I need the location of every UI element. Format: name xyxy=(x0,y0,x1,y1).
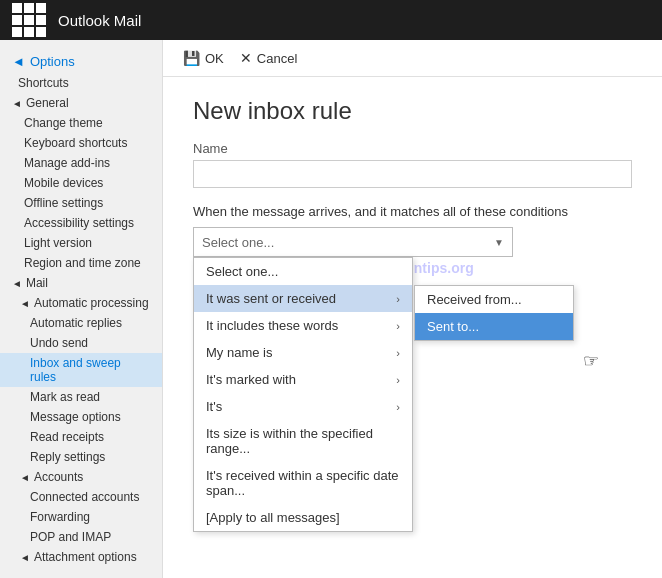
sidebar-section-auto-processing: ◄ Automatic processing xyxy=(0,293,162,313)
dropdown-item-includes-words[interactable]: It includes these words › xyxy=(194,312,412,339)
sidebar-item-mobile-devices[interactable]: Mobile devices xyxy=(0,173,162,193)
sidebar: ◄ Options Shortcuts ◄ General Change the… xyxy=(0,40,163,578)
dropdown-selected-value: Select one... xyxy=(202,235,274,250)
sidebar-item-offline-settings[interactable]: Offline settings xyxy=(0,193,162,213)
sidebar-item-keyboard-shortcuts[interactable]: Keyboard shortcuts xyxy=(0,133,162,153)
sidebar-item-reply-settings[interactable]: Reply settings xyxy=(0,447,162,467)
dropdown-item-its[interactable]: It's › xyxy=(194,393,412,420)
sidebar-item-pop-imap[interactable]: POP and IMAP xyxy=(0,527,162,547)
attachment-arrow-icon: ◄ xyxy=(20,552,30,563)
sidebar-item-mark-read[interactable]: Mark as read xyxy=(0,387,162,407)
sidebar-item-undo-send[interactable]: Undo send xyxy=(0,333,162,353)
sidebar-section-mail: ◄ Mail xyxy=(0,273,162,293)
chevron-right-icon-3: › xyxy=(396,347,400,359)
submenu-item-sent-to[interactable]: Sent to... xyxy=(415,313,573,340)
sidebar-item-change-theme[interactable]: Change theme xyxy=(0,113,162,133)
toolbar: 💾 OK ✕ Cancel xyxy=(163,40,662,77)
dropdown-menu: Select one... It was sent or received › … xyxy=(193,257,413,532)
sidebar-item-light-version[interactable]: Light version xyxy=(0,233,162,253)
condition-dropdown-container: Select one... ▼ Select one... It was sen… xyxy=(193,227,513,257)
accounts-arrow-icon: ◄ xyxy=(20,472,30,483)
sidebar-item-forwarding[interactable]: Forwarding xyxy=(0,507,162,527)
cancel-icon: ✕ xyxy=(240,50,252,66)
titlebar: Outlook Mail xyxy=(0,0,662,40)
dropdown-item-size-range[interactable]: Its size is within the specified range..… xyxy=(194,420,412,462)
sidebar-item-auto-replies[interactable]: Automatic replies xyxy=(0,313,162,333)
sidebar-item-accessibility[interactable]: Accessibility settings xyxy=(0,213,162,233)
dropdown-item-sent-received[interactable]: It was sent or received › xyxy=(194,285,412,312)
dropdown-item-marked-with[interactable]: It's marked with › xyxy=(194,366,412,393)
content-area: 💾 OK ✕ Cancel New inbox rule Name When t… xyxy=(163,40,662,578)
dropdown-item-my-name[interactable]: My name is › xyxy=(194,339,412,366)
sidebar-section-general: ◄ General xyxy=(0,93,162,113)
submenu: Received from... Sent to... xyxy=(414,285,574,341)
chevron-right-icon-4: › xyxy=(396,374,400,386)
dropdown-item-select-one[interactable]: Select one... xyxy=(194,258,412,285)
app-grid-icon xyxy=(12,3,46,37)
sidebar-item-message-options[interactable]: Message options xyxy=(0,407,162,427)
save-icon: 💾 xyxy=(183,50,200,66)
general-arrow-icon: ◄ xyxy=(12,98,22,109)
sidebar-item-region[interactable]: Region and time zone xyxy=(0,253,162,273)
sidebar-item-inbox-sweep[interactable]: Inbox and sweep rules xyxy=(0,353,162,387)
sidebar-item-manage-addins[interactable]: Manage add-ins xyxy=(0,153,162,173)
sidebar-back-button[interactable]: ◄ Options xyxy=(0,50,162,73)
submenu-item-received-from[interactable]: Received from... xyxy=(415,286,573,313)
dropdown-item-apply-all[interactable]: [Apply to all messages] xyxy=(194,504,412,531)
page-title: New inbox rule xyxy=(193,97,632,125)
cancel-button[interactable]: ✕ Cancel xyxy=(240,50,297,66)
page-content: New inbox rule Name When the message arr… xyxy=(163,77,662,570)
ok-button[interactable]: 💾 OK xyxy=(183,50,224,66)
mail-arrow-icon: ◄ xyxy=(12,278,22,289)
sidebar-item-read-receipts[interactable]: Read receipts xyxy=(0,427,162,447)
chevron-right-icon-5: › xyxy=(396,401,400,413)
sidebar-item-shortcuts[interactable]: Shortcuts xyxy=(0,73,162,93)
name-input[interactable] xyxy=(193,160,632,188)
sidebar-section-accounts: ◄ Accounts xyxy=(0,467,162,487)
sidebar-item-connected-accounts[interactable]: Connected accounts xyxy=(0,487,162,507)
dropdown-arrow-icon: ▼ xyxy=(494,237,504,248)
back-arrow-icon: ◄ xyxy=(12,54,25,69)
condition-dropdown[interactable]: Select one... ▼ xyxy=(193,227,513,257)
options-label: Options xyxy=(30,54,75,69)
chevron-right-icon-2: › xyxy=(396,320,400,332)
sidebar-section-attachment: ◄ Attachment options xyxy=(0,547,162,567)
dropdown-item-date-span[interactable]: It's received within a specific date spa… xyxy=(194,462,412,504)
main-layout: ◄ Options Shortcuts ◄ General Change the… xyxy=(0,40,662,578)
app-title: Outlook Mail xyxy=(58,12,141,29)
name-field-label: Name xyxy=(193,141,632,156)
chevron-right-icon-1: › xyxy=(396,293,400,305)
condition-label: When the message arrives, and it matches… xyxy=(193,204,632,219)
auto-arrow-icon: ◄ xyxy=(20,298,30,309)
